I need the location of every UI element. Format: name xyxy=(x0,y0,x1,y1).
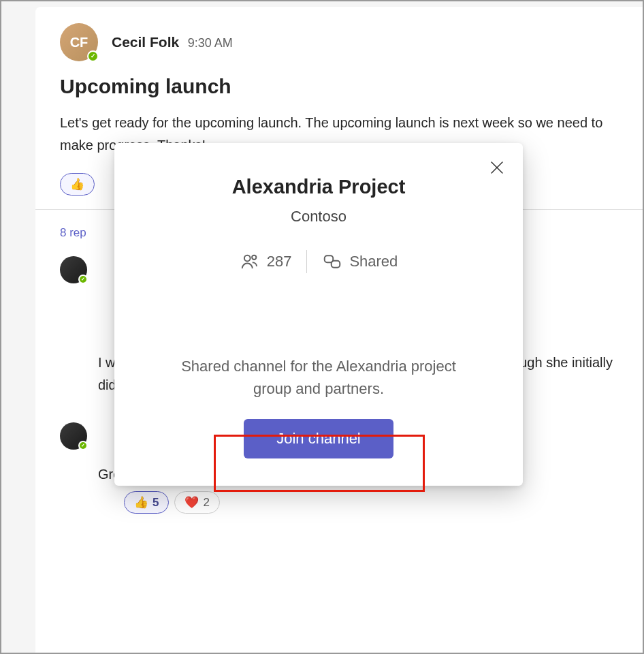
link-icon xyxy=(322,251,342,272)
chat-thread: CF Cecil Folk 9:30 AM Upcoming launch Le… xyxy=(35,7,643,654)
heart-icon: ❤️ xyxy=(184,495,199,510)
join-channel-button[interactable]: Join channel xyxy=(244,419,393,458)
avatar[interactable] xyxy=(60,256,87,283)
avatar[interactable] xyxy=(60,422,87,450)
channel-description: Shared channel for the Alexandria projec… xyxy=(142,355,496,400)
reaction-thumbsup[interactable]: 👍 5 xyxy=(124,491,169,514)
message-title: Upcoming launch xyxy=(35,75,643,98)
members-count: 287 xyxy=(240,251,292,272)
presence-available-icon xyxy=(87,50,99,62)
reaction-row-replies: 👍 5 ❤️ 2 xyxy=(35,491,643,514)
svg-point-1 xyxy=(252,255,256,260)
reaction-thumbsup[interactable]: 👍 xyxy=(60,173,95,196)
reaction-count: 5 xyxy=(152,496,159,510)
people-icon xyxy=(240,251,260,272)
channel-meta: 287 Shared xyxy=(142,250,496,273)
close-button[interactable] xyxy=(487,158,506,177)
reaction-count: 2 xyxy=(203,496,209,510)
presence-available-icon xyxy=(78,441,88,450)
channel-title: Alexandria Project xyxy=(142,176,496,198)
avatar[interactable]: CF xyxy=(60,23,98,61)
close-icon xyxy=(489,159,505,176)
author-name[interactable]: Cecil Folk xyxy=(112,34,179,50)
channel-info-popup: Alexandria Project Contoso 287 Shared xyxy=(114,143,523,486)
message-timestamp: 9:30 AM xyxy=(188,36,233,50)
shared-label: Shared xyxy=(322,251,398,272)
message-header: CF Cecil Folk 9:30 AM xyxy=(35,23,643,61)
thumbsup-icon: 👍 xyxy=(70,177,84,191)
reaction-heart[interactable]: ❤️ 2 xyxy=(174,491,219,514)
thumbsup-icon: 👍 xyxy=(134,495,148,510)
svg-rect-3 xyxy=(332,261,340,268)
team-name: Contoso xyxy=(142,208,496,225)
svg-point-0 xyxy=(244,255,251,262)
presence-available-icon xyxy=(78,275,88,284)
